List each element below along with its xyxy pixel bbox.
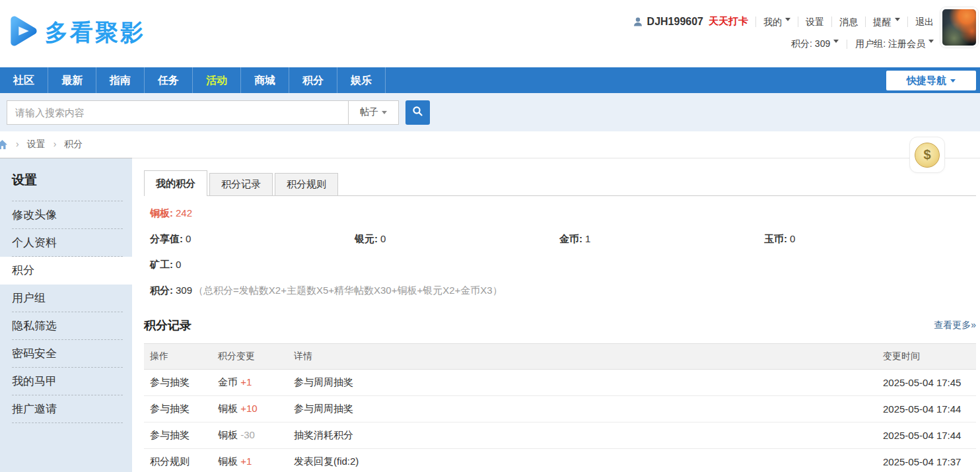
table-row: 参与抽奖 金币 +1 参与周周抽奖 2025-05-04 17:45: [144, 370, 976, 396]
sidebar-item[interactable]: 修改头像: [12, 201, 123, 229]
sidebar-item[interactable]: 个人资料: [12, 229, 123, 257]
search-icon: [412, 106, 423, 119]
user-menu-item[interactable]: 消息: [831, 17, 858, 27]
miner-value: 0: [176, 259, 181, 270]
sidebar-item[interactable]: 用户组: [12, 285, 123, 312]
stat-value: 0: [186, 233, 191, 244]
breadcrumb-items: 设置 积分: [8, 139, 83, 151]
cell-change: 铜板 -30: [218, 429, 294, 442]
table-header-row: 操作 积分变更 详情 变更时间: [144, 343, 976, 370]
user-menu-item[interactable]: 设置: [798, 17, 824, 27]
search-button[interactable]: [405, 100, 430, 125]
sidebar-item[interactable]: 密码安全: [12, 340, 123, 368]
nav-item[interactable]: 活动: [193, 67, 241, 93]
top-header: 多看聚影 DJH199607 天天打卡 我的 设置: [0, 0, 980, 67]
stat-item: 金币:1: [559, 233, 764, 246]
credits-shortcut[interactable]: $: [909, 137, 945, 173]
search-input[interactable]: [7, 100, 349, 125]
site-title: 多看聚影: [45, 17, 145, 48]
cell-action: 参与抽奖: [144, 403, 218, 415]
nav-item[interactable]: 任务: [145, 67, 193, 93]
checkin-link[interactable]: 天天打卡: [709, 15, 748, 28]
sidebar-title: 设置: [12, 158, 123, 201]
sidebar-item[interactable]: 推广邀请: [12, 395, 123, 423]
cell-action: 积分规则: [144, 455, 218, 468]
play-logo-icon: [8, 15, 38, 50]
stat-label: 分享值:: [150, 233, 183, 244]
cell-detail: 抽奖消耗积分: [294, 429, 883, 442]
cell-change-amount: +1: [240, 455, 252, 467]
user-icon: [633, 17, 643, 27]
content-body: 设置 修改头像 个人资料 积分 用户组 隐私筛选 密码安全 我的马甲: [0, 158, 980, 472]
col-header-action: 操作: [144, 351, 218, 362]
stat-item: 玉币:0: [764, 233, 969, 246]
miner-balance: 矿工:0: [144, 259, 976, 271]
points-formula: （总积分=发帖数X2+主题数X5+精华帖数X30+铜板+银元X2+金币X3）: [193, 285, 503, 296]
table-body: 参与抽奖 金币 +1 参与周周抽奖 2025-05-04 17:45 参与抽奖 …: [144, 370, 976, 472]
user-menu-item[interactable]: 提醒: [865, 17, 900, 27]
col-header-detail: 详情: [294, 351, 883, 362]
table-row: 参与抽奖 铜板 -30 抽奖消耗积分 2025-05-04 17:44: [144, 422, 976, 449]
nav-item[interactable]: 最新: [48, 67, 96, 93]
user-menu-item[interactable]: 退出: [907, 17, 934, 27]
main-nav: 社区 最新 指南 任务 活动 商城 积分 娱乐 快捷导航: [0, 67, 980, 93]
divider: [847, 40, 847, 49]
cell-change-amount: +10: [240, 403, 257, 414]
tab[interactable]: 我的积分: [144, 170, 207, 196]
sidebar-item[interactable]: 积分: [0, 257, 132, 285]
tab[interactable]: 积分记录: [209, 173, 273, 195]
nav-items: 社区 最新 指南 任务 活动 商城 积分 娱乐: [0, 67, 386, 93]
points-panel: 我的积分 积分记录 积分规则 铜板:242 分享值:0 银元:0: [132, 158, 980, 472]
points-tabs: 我的积分 积分记录 积分规则: [144, 170, 976, 196]
breadcrumb: 设置 积分: [0, 131, 980, 158]
sidebar-item[interactable]: 我的马甲: [12, 368, 123, 395]
user-menu-item[interactable]: 我的: [755, 17, 790, 27]
cell-time: 2025-05-04 17:44: [883, 430, 976, 441]
cell-action: 参与抽奖: [144, 429, 218, 442]
cell-detail: 发表回复(fid:2): [294, 455, 883, 468]
col-header-time: 变更时间: [883, 351, 976, 362]
user-panel: DJH199607 天天打卡 我的 设置 消息 提醒 退出: [633, 0, 934, 50]
points-dropdown[interactable]: 积分: 309: [791, 38, 839, 50]
nav-item[interactable]: 娱乐: [337, 67, 386, 93]
copper-label: 铜板:: [150, 207, 173, 219]
stat-label: 银元:: [355, 233, 378, 244]
quick-nav-button[interactable]: 快捷导航: [886, 71, 976, 90]
nav-item[interactable]: 积分: [289, 67, 337, 93]
cell-currency: 铜板: [218, 455, 238, 467]
breadcrumb-item[interactable]: 设置: [8, 139, 46, 151]
nav-item[interactable]: 指南: [96, 67, 145, 93]
avatar[interactable]: [940, 7, 978, 48]
cell-currency: 铜板: [218, 429, 238, 440]
username[interactable]: DJH199607: [647, 16, 703, 28]
cell-change: 金币 +1: [218, 376, 294, 389]
settings-sidebar: 设置 修改头像 个人资料 积分 用户组 隐私筛选 密码安全 我的马甲: [0, 158, 132, 472]
sidebar-item[interactable]: 隐私筛选: [12, 312, 123, 340]
sidebar-items: 修改头像 个人资料 积分 用户组 隐私筛选 密码安全 我的马甲 推广邀请: [12, 201, 132, 423]
total-value: 309: [176, 285, 192, 296]
cell-time: 2025-05-04 17:44: [883, 403, 976, 415]
breadcrumb-item[interactable]: 积分: [46, 139, 83, 151]
cell-detail: 参与周周抽奖: [294, 376, 883, 389]
cell-change-amount: +1: [240, 376, 252, 388]
site-logo[interactable]: 多看聚影: [8, 15, 145, 50]
records-header: 积分记录 查看更多»: [144, 318, 976, 333]
tab[interactable]: 积分规则: [275, 173, 338, 195]
nav-item[interactable]: 商城: [241, 67, 289, 93]
usergroup-dropdown[interactable]: 用户组: 注册会员: [855, 38, 934, 50]
user-row-2: 积分: 309 用户组: 注册会员: [791, 38, 934, 50]
view-more-link[interactable]: 查看更多»: [934, 320, 976, 331]
table-row: 积分规则 铜板 +1 发表回复(fid:2) 2025-05-04 17:37: [144, 449, 976, 472]
total-label: 积分:: [150, 285, 173, 296]
sidebar-top-edge: [0, 158, 132, 158]
search-bar: 帖子: [0, 93, 980, 131]
stat-label: 玉币:: [764, 233, 787, 244]
cell-change: 铜板 +10: [218, 403, 294, 415]
search-type-select[interactable]: 帖子: [349, 100, 399, 125]
home-icon[interactable]: [0, 139, 8, 150]
user-row-1: DJH199607 天天打卡 我的 设置 消息 提醒 退出: [633, 15, 934, 28]
nav-item[interactable]: 社区: [0, 67, 48, 93]
page: 多看聚影 DJH199607 天天打卡 我的 设置: [0, 0, 980, 472]
stat-value: 0: [380, 233, 386, 244]
cell-time: 2025-05-04 17:37: [883, 456, 976, 467]
